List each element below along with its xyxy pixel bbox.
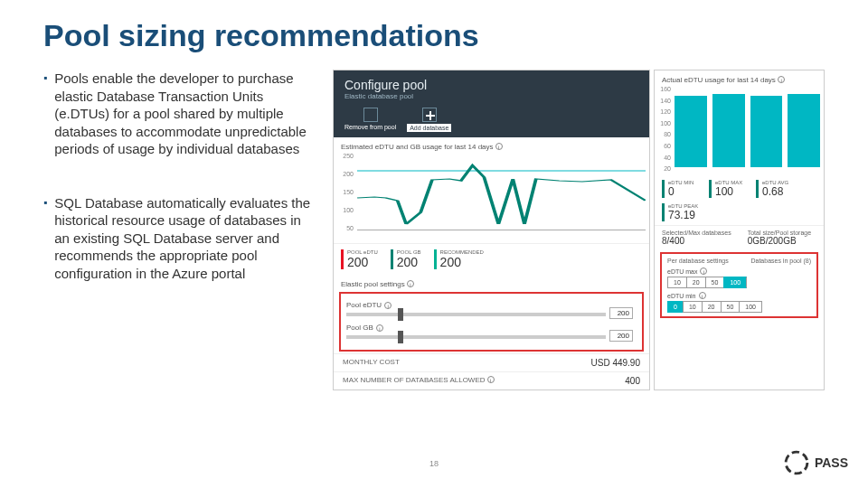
screenshot: Configure pool Elastic database pool Rem…: [333, 70, 825, 390]
actual-usage-panel: Actual eDTU usage for last 14 days i 160…: [654, 70, 825, 390]
pool-capacity: Selected/Max databases8/400 Total size/P…: [655, 225, 824, 249]
svg-point-1: [786, 452, 807, 474]
add-icon: [422, 108, 437, 122]
pass-logo: PASS: [784, 450, 848, 475]
estimated-chart: 250 200 150 100 50: [334, 153, 649, 243]
panel-title: Configure pool: [344, 78, 638, 92]
page-number: 18: [429, 459, 439, 468]
per-db-settings-highlight: Per database settings Databases in pool …: [660, 252, 818, 318]
edtu-min-segment[interactable]: 0 10 20 50 100: [667, 301, 811, 313]
edtu-max-segment[interactable]: 10 20 50 100: [667, 277, 811, 288]
slide-title: Pool sizing recommendations: [43, 18, 825, 53]
pool-settings-highlight: Pool eDTU i 200 Pool GB i 200: [339, 292, 644, 352]
pool-gb-slider[interactable]: Pool GB i 200: [346, 324, 637, 339]
add-database-button[interactable]: Add database: [407, 108, 451, 132]
actual-label: Actual eDTU usage for last 14 days i: [655, 70, 824, 86]
actual-bar-chart: 160 140 120 100 80 60 40 20: [655, 86, 824, 176]
max-db-allowed: MAX NUMBER OF DATABASES ALLOWED i 400: [334, 371, 649, 389]
estimate-kpis: POOL eDTU200 POOL GB200 RECOMMENDED200: [334, 243, 649, 275]
bullets-column: ▪ Pools enable the developer to purchase…: [43, 70, 315, 390]
remove-from-pool-button[interactable]: Remove from pool: [344, 108, 396, 132]
bullet-marker: ▪: [43, 71, 47, 158]
estimated-label: Estimated eDTU and GB usage for last 14 …: [334, 137, 649, 153]
bullet-1: ▪ Pools enable the developer to purchase…: [43, 70, 315, 158]
bullet-text-1: Pools enable the developer to purchase e…: [54, 70, 315, 158]
bullet-2: ▪ SQL Database automatically evaluates t…: [43, 194, 315, 283]
configure-pool-panel: Configure pool Elastic database pool Rem…: [333, 70, 650, 390]
monthly-cost: MONTHLY COST USD 449.90: [334, 353, 649, 371]
actual-kpis: eDTU MIN0 eDTU MAX100 eDTU AVG0.68 eDTU …: [655, 176, 824, 225]
bullet-text-2: SQL Database automatically evaluates the…: [54, 194, 315, 283]
pool-settings-label: Elastic pool settings i: [334, 275, 649, 290]
pool-edtu-slider[interactable]: Pool eDTU i 200: [346, 301, 637, 316]
panel-subtitle: Elastic database pool: [344, 92, 638, 100]
bullet-marker: ▪: [43, 196, 47, 283]
panel-header: Configure pool Elastic database pool Rem…: [334, 70, 649, 137]
remove-icon: [363, 108, 378, 122]
